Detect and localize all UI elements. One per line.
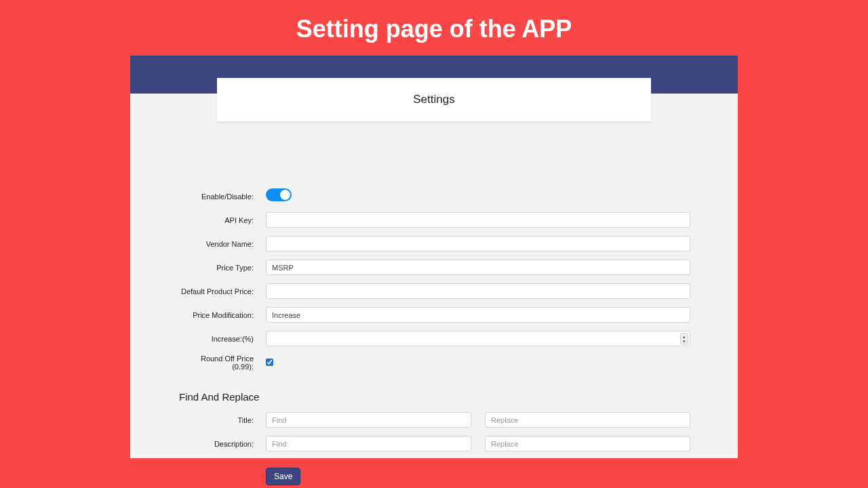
enable-disable-row: Enable/Disable: <box>178 188 690 204</box>
increase-pct-input[interactable] <box>266 331 690 346</box>
settings-form: Enable/Disable: API Key: Vendor Name: Pr… <box>130 94 738 485</box>
title-label: Title: <box>178 416 266 424</box>
increase-pct-row: Increase:(%) ▴ ▾ <box>178 331 690 346</box>
price-type-label: Price Type: <box>178 264 266 272</box>
price-modification-input[interactable] <box>266 307 690 323</box>
title-find-input[interactable] <box>266 412 471 428</box>
vendor-name-label: Vendor Name: <box>178 240 266 248</box>
settings-card: Settings <box>217 78 651 121</box>
api-key-input[interactable] <box>266 212 690 228</box>
enable-disable-label: Enable/Disable: <box>178 192 266 201</box>
chevron-up-icon: ▴ <box>683 334 686 339</box>
description-label: Description: <box>178 440 266 448</box>
save-row: Save <box>266 468 690 485</box>
settings-card-title: Settings <box>217 93 651 106</box>
chevron-down-icon: ▾ <box>683 339 686 344</box>
description-find-input[interactable] <box>266 436 471 451</box>
title-find-replace-row: Title: <box>178 412 690 428</box>
vendor-name-input[interactable] <box>266 236 690 251</box>
price-type-input[interactable] <box>266 260 690 275</box>
save-button[interactable]: Save <box>266 468 300 485</box>
number-spinner-icon[interactable]: ▴ ▾ <box>680 333 688 344</box>
find-replace-section-title: Find And Replace <box>178 391 690 403</box>
default-product-price-input[interactable] <box>266 283 690 299</box>
enable-disable-toggle[interactable] <box>266 188 292 201</box>
round-off-label: Round Off Price (0.99): <box>178 354 266 371</box>
api-key-label: API Key: <box>178 216 266 224</box>
description-replace-input[interactable] <box>485 436 690 451</box>
price-type-row: Price Type: <box>178 260 690 275</box>
default-product-price-row: Default Product Price: <box>178 283 690 299</box>
round-off-checkbox[interactable] <box>266 359 273 366</box>
app-window: Settings Enable/Disable: API Key: Vendor… <box>130 56 738 458</box>
default-product-price-label: Default Product Price: <box>178 287 266 296</box>
round-off-row: Round Off Price (0.99): <box>178 354 690 371</box>
title-replace-input[interactable] <box>485 412 690 428</box>
vendor-name-row: Vendor Name: <box>178 236 690 251</box>
page-title: Setting page of the APP <box>0 0 868 56</box>
description-find-replace-row: Description: <box>178 436 690 451</box>
increase-pct-label: Increase:(%) <box>178 335 266 343</box>
toggle-knob <box>280 190 290 200</box>
price-modification-label: Price Modification: <box>178 311 266 319</box>
api-key-row: API Key: <box>178 212 690 228</box>
price-modification-row: Price Modification: <box>178 307 690 323</box>
